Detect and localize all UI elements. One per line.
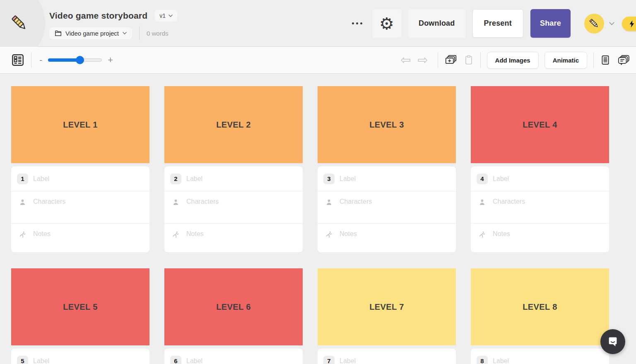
document-title[interactable]: Video game storyboard: [49, 11, 147, 21]
frame-characters-field[interactable]: Characters: [318, 191, 456, 223]
frame-title: LEVEL 3: [369, 120, 404, 130]
frame-details-card: 4 Label Characters: [471, 166, 609, 252]
frame-image[interactable]: LEVEL 3: [318, 86, 456, 163]
characters-placeholder: Characters: [340, 198, 372, 205]
label-placeholder: Label: [493, 175, 509, 183]
frame-number-badge: 5: [17, 356, 28, 364]
label-placeholder: Label: [186, 357, 202, 364]
frame-details-card: 1 Label Characters: [11, 166, 149, 252]
person-icon: [170, 199, 181, 206]
storyboard-grid: LEVEL 1 1 Label Characters: [0, 74, 636, 364]
frame-number-badge: 7: [323, 356, 335, 364]
present-button[interactable]: Present: [472, 9, 523, 38]
label-placeholder: Label: [340, 175, 356, 183]
frame-image[interactable]: LEVEL 6: [164, 268, 303, 345]
storyboard-frame-card: LEVEL 2 2 Label Characters: [164, 86, 303, 252]
frame-label-field[interactable]: 8 Label: [471, 349, 609, 364]
app-header: Video game storyboard v1 Video game proj…: [0, 0, 636, 47]
label-placeholder: Label: [340, 357, 356, 364]
frame-image[interactable]: LEVEL 8: [471, 268, 609, 345]
paste-clipboard-icon[interactable]: [463, 54, 474, 66]
version-dropdown[interactable]: v1: [155, 10, 177, 22]
frame-details-card: 8 Label Characters: [471, 349, 609, 364]
frame-title: LEVEL 1: [63, 120, 98, 130]
project-dropdown[interactable]: Video game project: [49, 27, 132, 39]
folder-icon: [55, 30, 62, 36]
characters-placeholder: Characters: [33, 198, 65, 205]
frame-details-card: 7 Label Characters: [318, 349, 456, 364]
frame-characters-field[interactable]: Characters: [471, 191, 609, 223]
frame-title: LEVEL 7: [369, 302, 404, 312]
frame-number-badge: 4: [477, 174, 488, 184]
frame-image[interactable]: LEVEL 4: [471, 86, 609, 163]
download-button[interactable]: Download: [408, 9, 466, 38]
word-count: 0 words: [147, 30, 169, 37]
pencil-icon: [588, 18, 600, 29]
toolbar-divider: [480, 52, 481, 68]
add-frames-icon[interactable]: [444, 54, 458, 66]
running-person-icon: [17, 231, 28, 238]
notes-placeholder: Notes: [186, 230, 204, 238]
frame-label-field[interactable]: 3 Label: [318, 166, 456, 191]
toolbar-divider: [438, 52, 438, 68]
frame-number-badge: 2: [170, 174, 181, 184]
chevron-down-icon: [169, 14, 173, 17]
title-area: Video game storyboard v1 Video game proj…: [49, 10, 177, 40]
storyboard-frame-card: LEVEL 1 1 Label Characters: [11, 86, 149, 252]
header-divider: [139, 26, 140, 40]
frame-notes-field[interactable]: Notes: [471, 223, 609, 252]
toolbar: - + ⇦ ⇨ Add Images Animatic: [0, 47, 636, 74]
frame-label-field[interactable]: 5 Label: [11, 349, 149, 364]
zoom-out-button[interactable]: -: [38, 55, 44, 65]
more-options-button[interactable]: [349, 19, 366, 28]
zoom-in-button[interactable]: +: [106, 55, 115, 65]
frame-image[interactable]: LEVEL 5: [11, 268, 149, 345]
project-name: Video game project: [65, 30, 119, 37]
chevron-down-icon: [123, 32, 127, 34]
chevron-down-icon: [609, 22, 614, 25]
account-menu-chevron[interactable]: [609, 22, 614, 25]
undo-icon[interactable]: ⇦: [397, 54, 414, 66]
frame-image[interactable]: LEVEL 2: [164, 86, 303, 163]
frame-image[interactable]: LEVEL 1: [11, 86, 149, 163]
frame-characters-field[interactable]: Characters: [11, 191, 149, 223]
frame-label-field[interactable]: 4 Label: [471, 166, 609, 191]
add-images-button[interactable]: Add Images: [487, 52, 539, 69]
zoom-slider-thumb[interactable]: [76, 56, 84, 64]
comments-stack-icon[interactable]: [617, 54, 630, 66]
frame-details-card: 6 Label Characters: [164, 349, 303, 364]
frame-label-field[interactable]: 7 Label: [318, 349, 456, 364]
overview-grid-icon[interactable]: [11, 53, 25, 67]
chat-launcher-button[interactable]: [600, 329, 625, 354]
frame-title: LEVEL 8: [523, 302, 557, 312]
frame-label-field[interactable]: 6 Label: [164, 349, 303, 364]
settings-gear-button[interactable]: ⚙: [372, 9, 401, 38]
share-button[interactable]: Share: [530, 9, 571, 38]
storyboard-frame-card: LEVEL 7 7 Label Characters: [318, 268, 456, 364]
frame-notes-field[interactable]: Notes: [318, 223, 456, 252]
upgrade-button[interactable]: [622, 17, 636, 31]
frame-notes-field[interactable]: Notes: [11, 223, 149, 252]
frame-image[interactable]: LEVEL 7: [318, 268, 456, 345]
characters-placeholder: Characters: [186, 198, 219, 205]
frame-number-badge: 3: [323, 174, 335, 184]
zoom-slider[interactable]: [48, 56, 102, 64]
user-avatar[interactable]: [584, 14, 604, 34]
storyboard-frame-card: LEVEL 6 6 Label Characters: [164, 268, 303, 364]
frame-label-field[interactable]: 1 Label: [11, 166, 149, 191]
running-person-icon: [477, 231, 488, 238]
frame-number-badge: 1: [17, 174, 28, 184]
frame-title: LEVEL 6: [216, 302, 251, 312]
frame-label-field[interactable]: 2 Label: [164, 166, 303, 191]
frame-characters-field[interactable]: Characters: [164, 191, 303, 223]
frame-notes-field[interactable]: Notes: [164, 223, 303, 252]
redo-icon[interactable]: ⇨: [414, 54, 431, 66]
frame-title: LEVEL 4: [523, 120, 557, 130]
animatic-button[interactable]: Animatic: [544, 52, 587, 69]
frame-details-card: 3 Label Characters: [318, 166, 456, 252]
frame-title: LEVEL 2: [216, 120, 251, 130]
version-label: v1: [159, 12, 166, 19]
gear-icon: ⚙: [379, 15, 394, 32]
script-document-icon[interactable]: [600, 54, 611, 66]
app-logo-pencil-icon[interactable]: [10, 14, 29, 33]
